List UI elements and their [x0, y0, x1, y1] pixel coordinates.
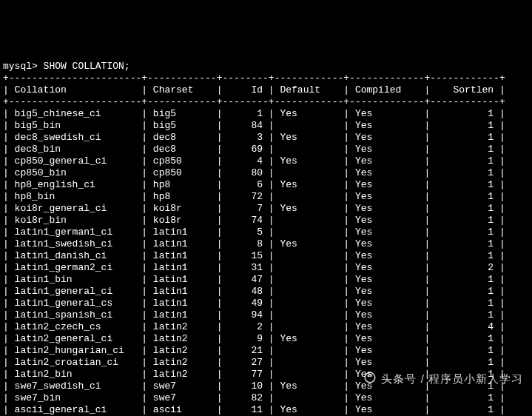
terminal-output[interactable]: mysql> SHOW COLLATION; +----------------… — [0, 59, 532, 416]
results-table: +-----------------------+------------+--… — [3, 73, 505, 416]
prompt-line: mysql> SHOW COLLATION; — [3, 61, 130, 72]
